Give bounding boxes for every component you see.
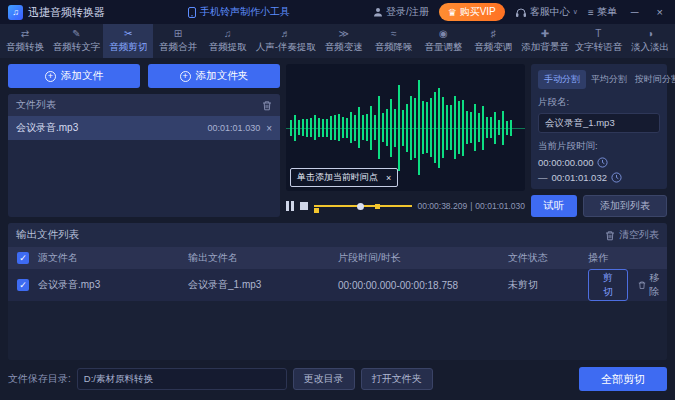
chevron-down-icon: ∨ (573, 8, 578, 16)
output-table-empty-area (8, 301, 667, 360)
tab-vocal-extract[interactable]: ♬人声-伴奏提取 (253, 24, 319, 58)
file-list-panel: + 添加文件 + 添加文件夹 文件列表 (8, 64, 280, 217)
vip-label: 购买VIP (460, 5, 496, 19)
stop-button[interactable] (300, 202, 308, 210)
scissors-icon: ✂ (124, 29, 132, 39)
row-source-file: 会议录音.mp3 (38, 278, 188, 292)
waveform-column: 单击添加当前时间点 × 00:00:38.209 | 00 (286, 64, 525, 217)
vocal-icon: ♬ (281, 29, 291, 39)
tab-audio-to-text[interactable]: ✎音频转文字 (50, 24, 104, 58)
row-output-file: 会议录音_1.mp3 (188, 278, 338, 292)
support-menu[interactable]: 客服中心 ∨ (515, 5, 578, 19)
cut-all-button[interactable]: 全部剪切 (579, 367, 667, 391)
output-file-section: 输出文件列表 清空列表 ✓ 源文件名 输出文件名 片段时间/时长 文件状态 操作… (8, 223, 667, 360)
clear-output-list-button[interactable]: 清空列表 (605, 228, 659, 242)
add-folder-button[interactable]: + 添加文件夹 (148, 64, 280, 88)
remove-label: 移除 (649, 271, 667, 299)
open-folder-button[interactable]: 打开文件夹 (361, 368, 433, 390)
sharp-icon: ♯ (491, 29, 496, 39)
clock-icon[interactable] (611, 172, 622, 183)
feature-tabbar: ⇄音频转换 ✎音频转文字 ✂音频剪切 ⊞音频合并 ♫音频提取 ♬人声-伴奏提取 … (0, 24, 675, 58)
main-menu-button[interactable]: ≡ 菜单 (588, 5, 617, 19)
clock-icon[interactable] (597, 157, 608, 168)
tab-time-split[interactable]: 按时间分割 (632, 70, 675, 89)
tab-add-background[interactable]: ✚添加背景音 (518, 24, 572, 58)
speaker-icon: ◉ (439, 29, 448, 39)
add-file-button[interactable]: + 添加文件 (8, 64, 140, 88)
tab-average-split[interactable]: 平均分割 (588, 70, 630, 89)
split-mode-tabs: 手动分割 平均分割 按时间分割 (538, 70, 660, 89)
transport-controls: 00:00:38.209 | 00:01:01.030 (286, 195, 525, 217)
remove-file-icon[interactable]: × (266, 123, 272, 134)
trash-icon (262, 100, 272, 111)
split-marker-start[interactable] (314, 208, 319, 213)
tab-audio-merge[interactable]: ⊞音频合并 (153, 24, 203, 58)
titlebar: ♫ 迅捷音频转换器 手机铃声制作小工具 登录/注册 ♛ 购买VIP 客服中心 ∨… (0, 0, 675, 24)
clear-output-label: 清空列表 (619, 228, 659, 242)
remove-row-button[interactable]: 移除 (638, 271, 667, 299)
tab-speed-change[interactable]: ≫音频变速 (319, 24, 369, 58)
save-dir-label: 文件保存目录: (8, 372, 71, 386)
select-all-checkbox[interactable]: ✓ (17, 252, 29, 264)
tab-fade-in-out[interactable]: ◑淡入淡出 (625, 24, 675, 58)
app-title: 迅捷音频转换器 (28, 5, 105, 20)
close-button[interactable]: × (653, 6, 667, 18)
crown-icon: ♛ (448, 7, 457, 18)
save-dir-input[interactable]: D:/素材原料转换 (77, 368, 287, 390)
column-output-file: 输出文件名 (188, 251, 338, 265)
convert-icon: ⇄ (21, 29, 29, 39)
pause-button[interactable] (286, 201, 294, 211)
plus-icon: ✚ (541, 29, 549, 39)
fast-forward-icon: ≫ (339, 29, 349, 39)
segment-name-label: 片段名: (538, 96, 660, 109)
file-name: 会议录音.mp3 (16, 121, 202, 135)
login-register-button[interactable]: 登录/注册 (373, 5, 429, 19)
tab-volume-adjust[interactable]: ◉音量调整 (419, 24, 469, 58)
buy-vip-button[interactable]: ♛ 购买VIP (439, 3, 505, 21)
tab-audio-convert[interactable]: ⇄音频转换 (0, 24, 50, 58)
segment-name-input[interactable]: 会议录音_1.mp3 (538, 113, 660, 133)
promo-label: 手机铃声制作小工具 (200, 5, 290, 19)
main-area: + 添加文件 + 添加文件夹 文件列表 (0, 58, 675, 400)
add-to-list-button[interactable]: 添加到列表 (583, 195, 667, 217)
column-file-status: 文件状态 (508, 251, 588, 265)
clear-file-list-button[interactable] (262, 100, 272, 111)
output-header: 输出文件列表 清空列表 (8, 223, 667, 247)
playback-timeline[interactable] (314, 199, 412, 213)
output-table-row[interactable]: ✓ 会议录音.mp3 会议录音_1.mp3 00:00:00.000-00:00… (8, 269, 667, 301)
change-dir-button[interactable]: 更改目录 (293, 368, 355, 390)
waveform-centerline (286, 128, 525, 129)
add-buttons-row: + 添加文件 + 添加文件夹 (8, 64, 280, 88)
playhead-handle[interactable] (357, 203, 364, 210)
merge-icon: ⊞ (174, 29, 182, 39)
tab-manual-split[interactable]: 手动分割 (538, 70, 586, 89)
cut-button[interactable]: 剪切 (588, 269, 628, 301)
file-list-item[interactable]: 会议录音.mp3 00:01:01.030 × (8, 116, 280, 140)
tooltip-text: 单击添加当前时间点 (297, 171, 378, 184)
file-duration: 00:01:01.030 (208, 123, 261, 133)
preview-button[interactable]: 试听 (531, 195, 577, 217)
promo-link[interactable]: 手机铃声制作小工具 (105, 5, 373, 19)
total-time: 00:01:01.030 (475, 201, 525, 211)
file-list-title: 文件列表 (16, 98, 56, 112)
current-time: 00:00:38.209 (418, 201, 468, 211)
tab-audio-cut[interactable]: ✂音频剪切 (103, 24, 153, 58)
tab-text-to-speech[interactable]: T文字转语音 (572, 24, 626, 58)
tab-noise-reduction[interactable]: ≈音频降噪 (369, 24, 419, 58)
file-list: 文件列表 会议录音.mp3 00:01:01.030 × (8, 94, 280, 217)
tab-audio-extract[interactable]: ♫音频提取 (203, 24, 253, 58)
segment-end-time[interactable]: 00:01:01.032 (552, 172, 607, 183)
row-segment-time: 00:00:00.000-00:00:18.758 (338, 280, 508, 291)
tab-pitch-change[interactable]: ♯音频变调 (468, 24, 518, 58)
row-checkbox[interactable]: ✓ (17, 279, 29, 291)
file-list-empty-area (8, 140, 280, 217)
titlebar-left: ♫ 迅捷音频转换器 (8, 5, 105, 20)
tooltip-close-icon[interactable]: × (386, 173, 391, 183)
segment-start-time[interactable]: 00:00:00.000 (538, 157, 593, 168)
minimize-button[interactable]: ─ (627, 6, 643, 18)
headset-icon (515, 7, 527, 18)
fade-icon: ◑ (647, 29, 653, 39)
add-file-label: 添加文件 (61, 69, 103, 83)
split-marker[interactable] (375, 204, 380, 209)
music-note-icon: ♫ (224, 29, 232, 39)
